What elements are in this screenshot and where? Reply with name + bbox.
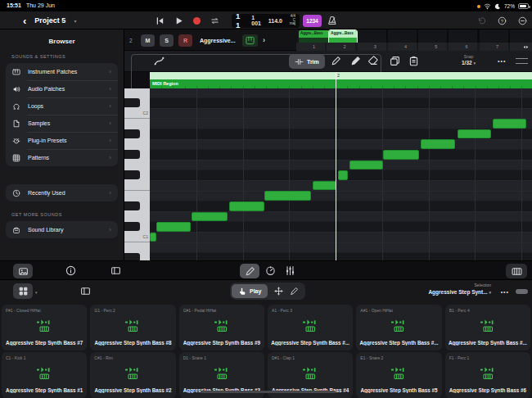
- sidebar-item-sound-library[interactable]: Sound Library›: [6, 221, 118, 238]
- region-lane[interactable]: Aggre...BassAggre...Bass: [296, 29, 532, 43]
- mixer-button[interactable]: [285, 265, 295, 276]
- selection-info[interactable]: Selection Aggressive Step Synt... ▾: [428, 283, 491, 296]
- lcd-display[interactable]: 1 1 1 001 114.0 4/4 C maj: [232, 14, 300, 28]
- brush-tool-button[interactable]: [350, 56, 361, 66]
- sidebar-item-recently-used[interactable]: Recently Used›: [6, 184, 118, 201]
- expand-track-button[interactable]: ›: [263, 36, 265, 44]
- browser-toggle-button[interactable]: [13, 264, 33, 278]
- patch-cell[interactable]: A#1 - Open HiHatAggressive Step Synth Ba…: [356, 305, 441, 351]
- edit-tool-button[interactable]: [240, 264, 259, 278]
- instrument-icon[interactable]: [242, 34, 258, 47]
- midi-region-header[interactable]: MIDI Region: [150, 79, 532, 88]
- black-key[interactable]: [124, 253, 140, 260]
- patch-cell[interactable]: C#1 - RimAggressive Step Synth Bass #2: [90, 352, 175, 398]
- sidebar-item-plug-in-presets[interactable]: Plug-in Presets›: [6, 132, 118, 149]
- midi-note-f1[interactable]: [313, 181, 336, 191]
- go-to-beginning-button[interactable]: [156, 16, 165, 25]
- list-view-button[interactable]: [80, 286, 91, 296]
- patch-cell[interactable]: C1 - Kick 1Aggressive Step Synth Bass #1: [2, 352, 87, 398]
- copy-button[interactable]: [390, 56, 400, 66]
- catch-playhead-icon[interactable]: [521, 44, 530, 50]
- play-surface-button[interactable]: [506, 264, 527, 278]
- midi-note-c-1[interactable]: [156, 222, 191, 232]
- beat-gridline: [475, 88, 476, 260]
- black-key[interactable]: [124, 170, 140, 179]
- transport-controls: [156, 11, 219, 29]
- piano-roll-toolbar: Trim Snap 1/32 ▾ •••: [124, 51, 532, 72]
- cycle-range-bar[interactable]: 2: [150, 72, 532, 79]
- midi-note-e1[interactable]: [264, 191, 311, 201]
- more-button[interactable]: •••: [498, 58, 506, 64]
- playhead[interactable]: [336, 72, 336, 260]
- midi-note-d1[interactable]: [192, 212, 228, 222]
- record-enable-button[interactable]: R: [178, 34, 192, 47]
- midi-note-f-1[interactable]: [338, 170, 348, 180]
- note-grid[interactable]: [150, 88, 532, 260]
- play-mode-button[interactable]: Play: [232, 284, 268, 298]
- patch-key-label: A1 - Perc 3: [272, 308, 349, 313]
- project-title[interactable]: Project 5: [34, 16, 65, 25]
- inspector-button[interactable]: [65, 265, 76, 276]
- automation-button[interactable]: [154, 56, 165, 66]
- sidebar-item-samples[interactable]: Samples›: [6, 115, 118, 132]
- metronome-button[interactable]: [327, 16, 337, 25]
- eraser-tool-button[interactable]: [367, 56, 378, 66]
- velocity-gauge-button[interactable]: [265, 265, 276, 276]
- black-key[interactable]: [124, 222, 140, 231]
- sidebar-item-loops[interactable]: Loops›: [6, 97, 118, 115]
- back-button[interactable]: ‹: [23, 16, 26, 26]
- patch-cell[interactable]: G1 - Perc 2Aggressive Step Synth Bass #8: [90, 305, 175, 351]
- move-mode-button[interactable]: [274, 287, 283, 296]
- sidebar-item-audio-patches[interactable]: Audio Patches›: [6, 80, 118, 97]
- patch-cell[interactable]: B1 - Perc 4Aggressive Step Synth Bass #.…: [445, 305, 530, 351]
- midi-note-d-1[interactable]: [229, 201, 264, 211]
- paste-button[interactable]: [408, 56, 419, 66]
- track-name[interactable]: Aggressive...: [200, 38, 237, 43]
- patch-name: Aggressive Step Synth Bass #...: [269, 340, 351, 346]
- view-options-handle-icon[interactable]: [516, 58, 528, 64]
- patch-icon: [390, 319, 407, 332]
- midi-note-g1[interactable]: [349, 161, 383, 170]
- patch-cell[interactable]: E1 - Snare 2Aggressive Step Synth Bass #…: [356, 352, 441, 398]
- record-button[interactable]: [193, 17, 201, 25]
- patch-more-button[interactable]: •••: [501, 289, 509, 295]
- mute-button[interactable]: M: [141, 34, 155, 47]
- mic-indicator-icon: [477, 5, 480, 8]
- patch-cell[interactable]: F#1 - Closed HiHatAggressive Step Synth …: [2, 305, 87, 351]
- undo-button[interactable]: [477, 16, 486, 25]
- black-key[interactable]: [124, 150, 140, 159]
- trim-tool-button[interactable]: Trim: [289, 54, 325, 69]
- speaker-icon: [12, 85, 20, 93]
- minimize-button[interactable]: [518, 16, 527, 25]
- black-key[interactable]: [124, 201, 140, 210]
- midi-note-b1[interactable]: [493, 119, 526, 129]
- edit-mode-button[interactable]: [290, 287, 299, 296]
- project-menu-chevron-icon[interactable]: ▾: [74, 18, 76, 24]
- black-key[interactable]: [124, 129, 140, 138]
- sidebar-item-instrument-patches[interactable]: Instrument Patches›: [6, 63, 118, 80]
- snap-control[interactable]: Snap 1/32 ▾: [462, 54, 476, 66]
- help-button[interactable]: ?: [498, 16, 507, 25]
- region-label: Aggre...Bass: [299, 30, 329, 38]
- pencil-tool-button[interactable]: [331, 56, 341, 66]
- patch-cell[interactable]: F1 - Perc 1Aggressive Step Synth Bass #6: [445, 352, 530, 398]
- sidebar-item-patterns[interactable]: Patterns›: [6, 149, 118, 166]
- horizontal-scrollbar[interactable]: [201, 391, 336, 393]
- midi-note-a-1[interactable]: [458, 129, 491, 139]
- solo-button[interactable]: S: [160, 34, 174, 47]
- cycle-button[interactable]: [210, 16, 219, 25]
- patch-cell[interactable]: A1 - Perc 3Aggressive Step Synth Bass #.…: [268, 305, 353, 351]
- grid-view-chevron-icon[interactable]: ▾: [35, 290, 38, 295]
- midi-note-c1[interactable]: [150, 233, 156, 242]
- play-button[interactable]: [174, 16, 183, 25]
- panel-resize-handle[interactable]: [516, 289, 528, 294]
- black-key[interactable]: [124, 98, 140, 107]
- panels-button[interactable]: [110, 265, 121, 276]
- piano-keys[interactable]: C1C2: [124, 88, 150, 260]
- bar-ruler[interactable]: 1234567: [296, 43, 532, 51]
- midi-note-g-1[interactable]: [383, 150, 419, 160]
- patch-cell[interactable]: G#1 - Pedal HiHatAggressive Step Synth B…: [179, 305, 264, 351]
- count-in-button[interactable]: 1234: [303, 15, 322, 27]
- grid-view-button[interactable]: [13, 283, 33, 299]
- midi-note-a1[interactable]: [421, 139, 455, 149]
